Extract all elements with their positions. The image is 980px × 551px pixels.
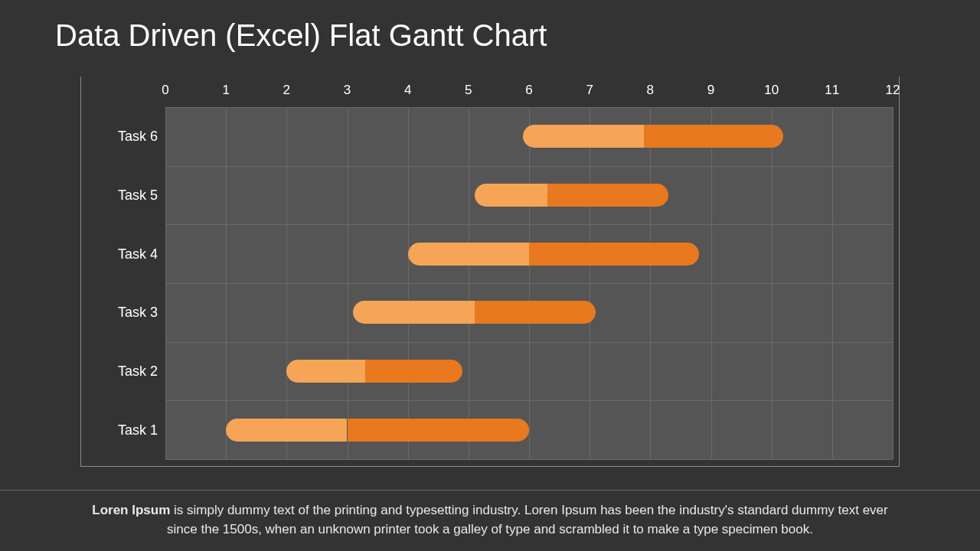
gantt-chart: 0123456789101112 Task 6Task 5Task 4Task … <box>80 77 900 467</box>
footer-text: is simply dummy text of the printing and… <box>167 503 888 536</box>
gantt-row <box>165 184 893 207</box>
x-tick-label: 5 <box>453 83 484 98</box>
y-axis: Task 6Task 5Task 4Task 3Task 2Task 1 <box>81 107 158 459</box>
slide-title: Data Driven (Excel) Flat Gantt Chart <box>55 18 547 53</box>
x-tick-label: 2 <box>271 83 302 98</box>
x-tick-label: 9 <box>696 83 727 98</box>
bar-segment-2 <box>365 360 462 383</box>
x-tick-label: 3 <box>332 83 363 98</box>
gridline-horizontal <box>165 283 893 284</box>
bar-segment-1 <box>408 243 529 266</box>
x-tick-label: 8 <box>635 83 665 98</box>
bar-segment-1 <box>286 360 365 383</box>
gridline-horizontal <box>165 166 893 167</box>
footer-caption: Loren Ipsum is simply dummy text of the … <box>0 490 980 551</box>
bar-segment-1 <box>475 184 547 207</box>
bar-segment-1 <box>353 301 474 324</box>
gridline-vertical <box>893 107 893 459</box>
bar-segment-1 <box>523 125 644 148</box>
x-tick-label: 0 <box>150 83 181 98</box>
gantt-row <box>165 419 893 442</box>
gantt-row <box>165 360 893 383</box>
x-tick-label: 6 <box>514 83 544 98</box>
y-tick-label: Task 6 <box>81 129 158 145</box>
x-tick-label: 4 <box>393 83 423 98</box>
bar-segment-2 <box>644 125 783 148</box>
gantt-row <box>165 243 893 266</box>
gridline-horizontal <box>165 342 893 343</box>
x-tick-label: 1 <box>211 83 241 98</box>
y-tick-label: Task 2 <box>81 364 158 380</box>
gridline-horizontal <box>165 459 893 460</box>
x-axis: 0123456789101112 <box>165 77 893 107</box>
slide: Data Driven (Excel) Flat Gantt Chart 012… <box>0 0 980 551</box>
y-tick-label: Task 3 <box>81 305 158 321</box>
bar-segment-1 <box>226 419 347 442</box>
y-tick-label: Task 5 <box>81 187 158 204</box>
x-tick-label: 10 <box>756 83 787 98</box>
x-tick-label: 12 <box>877 83 908 98</box>
gridline-horizontal <box>165 224 893 225</box>
bar-segment-2 <box>475 301 596 324</box>
y-tick-label: Task 4 <box>81 246 158 262</box>
x-tick-label: 7 <box>574 83 605 98</box>
gantt-row <box>165 125 893 148</box>
x-tick-label: 11 <box>817 83 848 98</box>
bar-segment-2 <box>529 243 699 266</box>
footer-bold: Loren Ipsum <box>92 503 170 517</box>
gridline-horizontal <box>165 107 893 108</box>
gridline-horizontal <box>165 400 893 401</box>
y-tick-label: Task 1 <box>81 422 158 438</box>
bar-segment-2 <box>348 419 530 442</box>
gantt-row <box>165 301 893 324</box>
plot-area <box>165 107 893 459</box>
bar-segment-2 <box>547 184 668 207</box>
